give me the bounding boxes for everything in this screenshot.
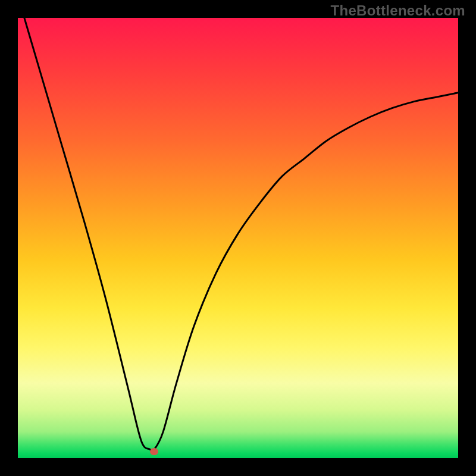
watermark-text: TheBottleneck.com [331,2,465,19]
optimal-point-marker [150,448,158,455]
bottleneck-curve [18,18,458,458]
plot-area [18,18,458,458]
chart-frame: TheBottleneck.com [0,0,476,476]
